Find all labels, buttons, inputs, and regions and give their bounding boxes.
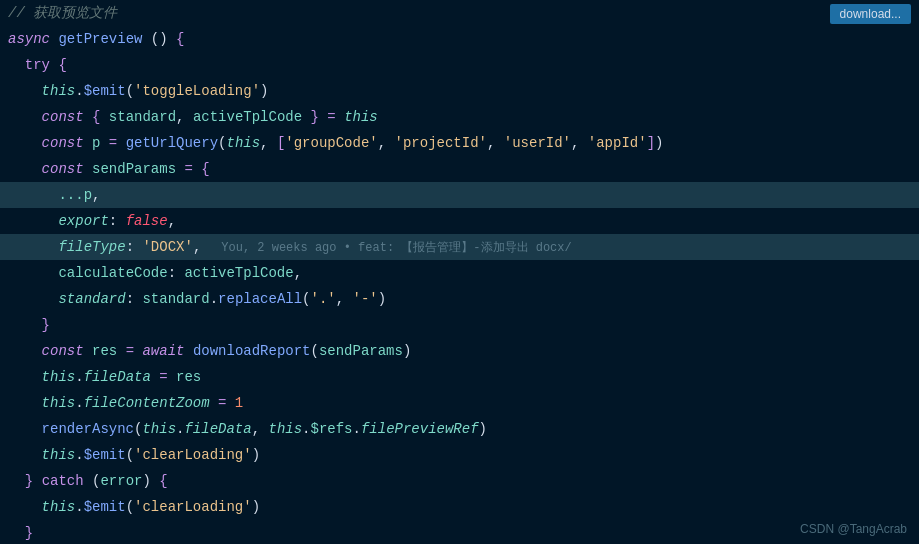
- comma2: ,: [260, 135, 277, 151]
- this9: this: [42, 499, 76, 515]
- brace-open2: {: [58, 57, 66, 73]
- paren-open: (): [151, 31, 176, 47]
- code-line-18: this.$emit('clearLoading'): [0, 442, 919, 468]
- eq1: =: [327, 109, 344, 125]
- colon4: :: [126, 291, 143, 307]
- dest-brace1: {: [92, 109, 109, 125]
- paren7: (: [311, 343, 319, 359]
- var-standard: standard: [109, 109, 176, 125]
- colon3: :: [168, 265, 185, 281]
- paren14: ): [142, 473, 159, 489]
- comma6: ,: [92, 187, 100, 203]
- indent10: [8, 291, 58, 307]
- paren2: ): [260, 83, 268, 99]
- prop-refs: $refs: [311, 421, 353, 437]
- eq3: =: [184, 161, 201, 177]
- keyword-catch: catch: [42, 473, 92, 489]
- key-standard: standard: [58, 291, 125, 307]
- code-line-5: const { standard, activeTplCode } = this: [0, 104, 919, 130]
- git-blame-text: You, 2 weeks ago • feat: 【报告管理】-添加导出 doc…: [221, 239, 571, 256]
- indent5: [8, 161, 42, 177]
- paren4: ): [655, 135, 663, 151]
- fn-downloadreport: downloadReport: [193, 343, 311, 359]
- dest-brace2: }: [311, 109, 328, 125]
- dot6: .: [302, 421, 310, 437]
- keyword-async: async: [8, 31, 58, 47]
- code-line-9: export: false,: [0, 208, 919, 234]
- this2: this: [344, 109, 378, 125]
- indent2: [8, 83, 42, 99]
- code-line-12: standard: standard.replaceAll('.', '-'): [0, 286, 919, 312]
- indent14: [8, 395, 42, 411]
- str-appid: 'appId': [588, 135, 647, 151]
- indent12: [8, 343, 42, 359]
- eq2: =: [109, 135, 126, 151]
- colon2: :: [126, 239, 143, 255]
- indent8: [8, 239, 58, 255]
- this4: this: [42, 369, 76, 385]
- comma7: ,: [168, 213, 176, 229]
- comma3: ,: [378, 135, 395, 151]
- comma9: ,: [294, 265, 302, 281]
- comma4: ,: [487, 135, 504, 151]
- str-clearloading: 'clearLoading': [134, 447, 252, 463]
- indent: [8, 57, 25, 73]
- comma11: ,: [252, 421, 269, 437]
- colon1: :: [109, 213, 126, 229]
- this5: this: [42, 395, 76, 411]
- keyword-const4: const: [42, 343, 92, 359]
- var-sendparams: sendParams: [92, 161, 184, 177]
- val-activetplcode: activeTplCode: [184, 265, 293, 281]
- keyword-try: try: [25, 57, 59, 73]
- str-dash: '-': [353, 291, 378, 307]
- str-groupcode: 'groupCode': [285, 135, 377, 151]
- brace-open: {: [176, 31, 184, 47]
- paren16: ): [252, 499, 260, 515]
- indent16: [8, 447, 42, 463]
- param-sendparams: sendParams: [319, 343, 403, 359]
- brace-open3: {: [159, 473, 167, 489]
- val-res: res: [176, 369, 201, 385]
- obj-brace-open: {: [201, 161, 209, 177]
- paren9: (: [134, 421, 142, 437]
- str-clearloading2: 'clearLoading': [134, 499, 252, 515]
- comma5: ,: [571, 135, 588, 151]
- comma10: ,: [336, 291, 353, 307]
- var-p: p: [92, 135, 109, 151]
- key-export: export: [58, 213, 108, 229]
- str-userid: 'userId': [504, 135, 571, 151]
- paren12: ): [252, 447, 260, 463]
- str-dot: '.': [311, 291, 336, 307]
- str-projectid: 'projectId': [395, 135, 487, 151]
- this8: this: [42, 447, 76, 463]
- dot9: .: [75, 499, 83, 515]
- param-error: error: [100, 473, 142, 489]
- code-line-16: this.fileContentZoom = 1: [0, 390, 919, 416]
- indent13: [8, 369, 42, 385]
- code-editor: download... // 获取预览文件 async getPreview (…: [0, 0, 919, 544]
- this-keyword: this: [42, 83, 76, 99]
- code-line-13: }: [0, 312, 919, 338]
- arr-close: ]: [647, 135, 655, 151]
- emit-method: $emit: [84, 83, 126, 99]
- var-activetplcode: activeTplCode: [193, 109, 311, 125]
- indent7: [8, 213, 58, 229]
- key-filetype: fileType: [58, 239, 125, 255]
- comment-text: // 获取预览文件: [8, 4, 117, 22]
- paren1: (: [126, 83, 134, 99]
- code-line-11: calculateCode: activeTplCode,: [0, 260, 919, 286]
- paren8: ): [403, 343, 411, 359]
- dot2: .: [210, 291, 218, 307]
- dot4: .: [75, 395, 83, 411]
- this3: this: [226, 135, 260, 151]
- comma1: ,: [176, 109, 193, 125]
- fn-renderasync: renderAsync: [42, 421, 134, 437]
- keyword-const1: const: [42, 109, 92, 125]
- indent19: [8, 525, 25, 541]
- code-line-7: const sendParams = {: [0, 156, 919, 182]
- dot3: .: [75, 369, 83, 385]
- val-standard: standard: [142, 291, 209, 307]
- brace-close2: }: [25, 525, 33, 541]
- num-1: 1: [235, 395, 243, 411]
- prop-filedata2: fileData: [184, 421, 251, 437]
